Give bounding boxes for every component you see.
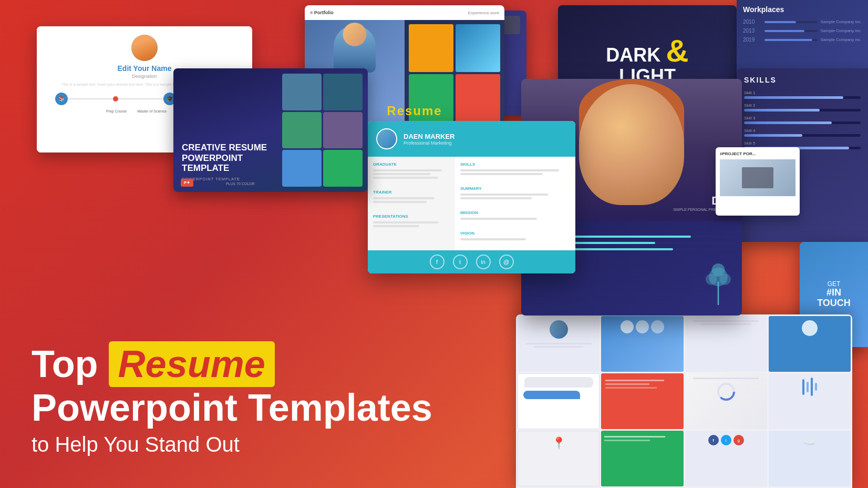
- card6-row-1: 2010 Sample Company inc.: [743, 19, 862, 25]
- resume-big-label: Resume: [387, 104, 442, 118]
- bar-fill-4: [744, 134, 802, 137]
- tree-icon: [700, 263, 737, 305]
- card7-avatar: [376, 128, 397, 149]
- template-card-2[interactable]: CREATIVE RESUME POWERPOINT TEMPLATE POWE…: [173, 68, 368, 192]
- grid-item-5: [282, 150, 322, 187]
- text-line-12: [460, 218, 537, 220]
- grid-cell-5: [518, 373, 600, 429]
- in-label: #IN: [826, 287, 841, 298]
- grid-cell-3: [685, 316, 767, 372]
- template-card-12[interactable]: 📍 f t g ☁️: [516, 314, 852, 488]
- thumb-1: [409, 24, 453, 72]
- book-icon: 📚: [55, 93, 68, 105]
- fb-icon: f: [430, 255, 445, 269]
- avatar-3: [651, 320, 664, 333]
- company-2: Sample Company inc.: [821, 28, 862, 33]
- bar-label-1: Skill 1: [744, 90, 861, 95]
- white-bar-1: [605, 380, 664, 381]
- timeline-dot: [113, 96, 118, 101]
- timeline-line-2: [118, 98, 163, 99]
- amp-symbol: &: [666, 33, 688, 68]
- timeline-line-1: [68, 98, 113, 99]
- skill-bar-row-4: Skill 4: [744, 128, 861, 137]
- grid-cell-6: [601, 373, 683, 429]
- skill-bar-row-1: Skill 1: [744, 90, 861, 99]
- bar-fill-1: [744, 96, 843, 99]
- touch-label: TOUCH: [817, 298, 851, 308]
- person-head: [343, 23, 367, 46]
- text-line-7: [373, 225, 419, 227]
- card7-name: DAEN MARKER: [404, 133, 455, 140]
- text-bar-3: [693, 320, 759, 322]
- bar-fill-1: [764, 21, 796, 23]
- progress-bars: [769, 373, 851, 400]
- card7-body: GRADUATE TRAINER Presentations SKILLS: [368, 157, 575, 250]
- chat-bubble-1: [524, 377, 593, 388]
- text-line-5: [373, 201, 427, 203]
- thumb-4: [456, 74, 500, 122]
- grid-cell-8: [769, 373, 851, 429]
- skill-fill-1: [557, 236, 691, 238]
- text-line-8: [460, 169, 559, 171]
- summary-section: Summary: [460, 186, 570, 191]
- card2-title: CREATIVE RESUME POWERPOINT TEMPLATE: [182, 143, 272, 174]
- grid-cell-11: f t g: [685, 431, 767, 486]
- card2-left-panel: CREATIVE RESUME POWERPOINT TEMPLATE POWE…: [173, 68, 281, 192]
- bar-container-3: [764, 39, 818, 41]
- template-card-7[interactable]: DAEN MARKER Professional Marketing GRADU…: [368, 121, 575, 273]
- company-3: Sample Company inc.: [821, 37, 862, 42]
- bar-container-1: [764, 21, 818, 23]
- bar-track-3: [744, 121, 861, 124]
- card1-name: Edit Your Name: [118, 64, 172, 73]
- text-bar: [526, 343, 592, 344]
- card2-subtitle: POWERPOINT TEMPLATE: [182, 177, 272, 181]
- fb-circle: f: [708, 435, 719, 445]
- grid-item-1: [282, 74, 322, 110]
- headline-top: Top Resume: [32, 341, 432, 387]
- headline-highlight: Resume: [109, 341, 275, 387]
- social-row: f t g: [685, 431, 767, 450]
- year-2010: 2010: [743, 19, 761, 25]
- grid-item-6: [323, 150, 363, 187]
- dark-label: DARK: [606, 44, 660, 66]
- cloud-icon: ☁️: [769, 431, 851, 448]
- mail-icon: @: [499, 255, 514, 269]
- text-line-10: [460, 194, 548, 196]
- text-line-1: [373, 169, 442, 171]
- text-line-3: [373, 177, 438, 179]
- green-cell-content: [601, 431, 683, 446]
- bar-fill-3: [764, 39, 812, 41]
- skill-bar-row-3: Skill 3: [744, 116, 861, 124]
- skill-track-1: [557, 236, 736, 238]
- white-circle: [802, 320, 818, 336]
- bar-container-2: [764, 30, 818, 32]
- card11-image: [720, 159, 795, 196]
- bar-label-5: Skill 5: [744, 141, 861, 146]
- bar-track-1: [744, 96, 861, 99]
- card11-title: #PROJECT POR...: [720, 151, 795, 156]
- circle-chart: [716, 381, 737, 402]
- prog-bar-1: [802, 379, 804, 395]
- company-1: Sample Company inc.: [821, 19, 862, 24]
- card1-avatar: [131, 35, 158, 61]
- grid-cell-1: [518, 316, 600, 372]
- card1-designation: Designation: [132, 74, 157, 79]
- text-bar-2: [534, 346, 583, 348]
- headline-main: Powerpoint Templates: [32, 387, 432, 429]
- mission-section: Mission: [460, 210, 570, 215]
- white-bar-2: [605, 383, 649, 385]
- bar-track-4: [744, 134, 861, 137]
- svg-point-4: [712, 263, 725, 277]
- card9-title: SKILLS: [744, 76, 861, 84]
- text-bar-4: [701, 323, 751, 325]
- grid-cell-9: 📍: [518, 431, 600, 486]
- bar-label-2: Skill 2: [744, 103, 861, 108]
- top-pre-text: Top: [32, 343, 98, 385]
- card11-img-content: [720, 159, 795, 196]
- card2-grid: [281, 68, 368, 192]
- laptop-icon: [742, 167, 773, 188]
- text-line-4: [373, 197, 435, 199]
- text-line-11: [460, 197, 532, 199]
- template-card-11[interactable]: #PROJECT POR...: [716, 147, 800, 216]
- bar-label-3: Skill 3: [744, 116, 861, 120]
